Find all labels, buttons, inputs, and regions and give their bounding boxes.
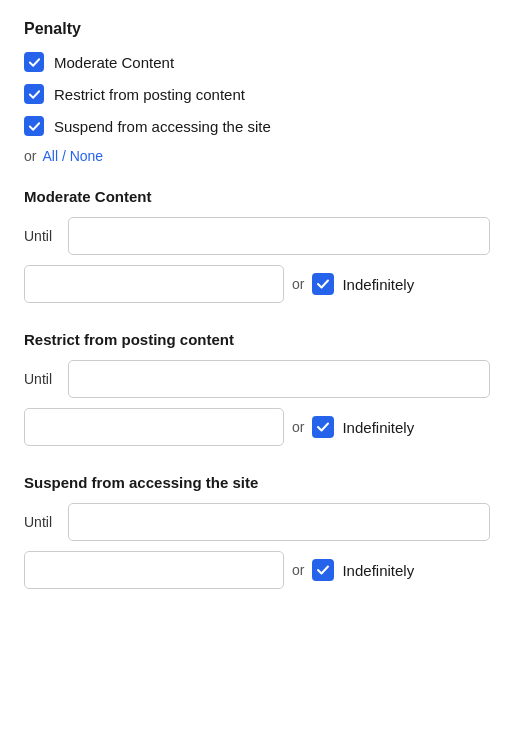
moderate-or-indefinitely-row: or Indefinitely <box>24 265 490 303</box>
suspend-indefinitely-label: Indefinitely <box>342 562 414 579</box>
suspend-site-section: Suspend from accessing the site Until or… <box>24 474 490 589</box>
moderate-or-text: or <box>292 276 304 292</box>
moderate-content-section: Moderate Content Until or Indefinitely <box>24 188 490 303</box>
or-all-none-row: or All / None <box>24 148 490 164</box>
penalty-section: Penalty Moderate Content Restrict from p… <box>24 20 490 164</box>
restrict-posting-label: Restrict from posting content <box>54 86 245 103</box>
all-none-link[interactable]: All / None <box>42 148 103 164</box>
restrict-posting-section-title: Restrict from posting content <box>24 331 490 348</box>
moderate-until-row: Until <box>24 217 490 255</box>
restrict-until-date-input[interactable] <box>68 360 490 398</box>
moderate-until-label: Until <box>24 228 60 244</box>
suspend-until-date-input[interactable] <box>68 503 490 541</box>
restrict-indefinitely-label: Indefinitely <box>342 419 414 436</box>
restrict-posting-checkbox-row: Restrict from posting content <box>24 84 490 104</box>
restrict-indefinitely-checkbox[interactable] <box>312 416 334 438</box>
suspend-site-checkbox-row: Suspend from accessing the site <box>24 116 490 136</box>
or-label-penalty: or <box>24 148 36 164</box>
moderate-until-date-input[interactable] <box>68 217 490 255</box>
suspend-site-label: Suspend from accessing the site <box>54 118 271 135</box>
suspend-time-input[interactable] <box>24 551 284 589</box>
restrict-time-input-wrapper <box>24 408 284 446</box>
moderate-content-label: Moderate Content <box>54 54 174 71</box>
suspend-site-section-title: Suspend from accessing the site <box>24 474 490 491</box>
penalty-title: Penalty <box>24 20 490 38</box>
restrict-or-text: or <box>292 419 304 435</box>
suspend-site-checkbox[interactable] <box>24 116 44 136</box>
restrict-until-label: Until <box>24 371 60 387</box>
restrict-or-indefinitely-row: or Indefinitely <box>24 408 490 446</box>
suspend-time-input-wrapper <box>24 551 284 589</box>
restrict-until-row: Until <box>24 360 490 398</box>
moderate-content-checkbox[interactable] <box>24 52 44 72</box>
moderate-indefinitely-label: Indefinitely <box>342 276 414 293</box>
suspend-or-indefinitely-row: or Indefinitely <box>24 551 490 589</box>
moderate-time-input[interactable] <box>24 265 284 303</box>
moderate-content-checkbox-row: Moderate Content <box>24 52 490 72</box>
suspend-until-row: Until <box>24 503 490 541</box>
restrict-time-input[interactable] <box>24 408 284 446</box>
moderate-indefinitely-checkbox[interactable] <box>312 273 334 295</box>
restrict-posting-checkbox[interactable] <box>24 84 44 104</box>
restrict-posting-section: Restrict from posting content Until or I… <box>24 331 490 446</box>
suspend-or-text: or <box>292 562 304 578</box>
moderate-content-section-title: Moderate Content <box>24 188 490 205</box>
moderate-time-input-wrapper <box>24 265 284 303</box>
suspend-until-label: Until <box>24 514 60 530</box>
suspend-indefinitely-checkbox[interactable] <box>312 559 334 581</box>
